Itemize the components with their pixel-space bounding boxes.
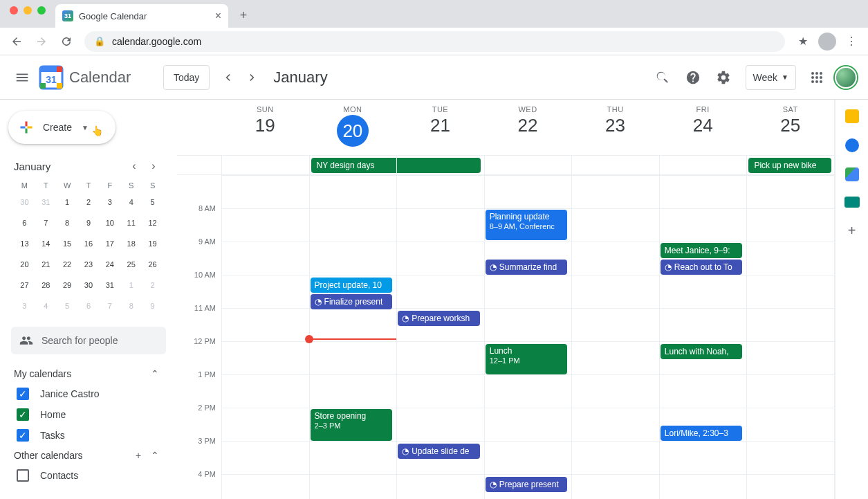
mini-day[interactable]: 1 — [57, 194, 78, 210]
all-day-row[interactable]: NY design daysPick up new bike — [177, 156, 834, 175]
day-column-header[interactable]: FRI24 — [659, 100, 747, 155]
mini-day[interactable]: 20 — [14, 256, 35, 273]
help-button[interactable] — [679, 64, 707, 91]
day-column-header[interactable]: WED22 — [484, 100, 572, 155]
mini-next-button[interactable]: › — [144, 156, 163, 176]
search-people-input[interactable]: Search for people — [11, 327, 166, 354]
chrome-profile-button[interactable] — [818, 33, 836, 51]
minimize-window-icon[interactable] — [24, 6, 32, 15]
time-grid[interactable]: 8 AM9 AM10 AM11 AM12 PM1 PM2 PM3 PM4 PM5… — [177, 175, 834, 499]
app-logo[interactable]: 31 Calendar — [39, 65, 163, 90]
bookmark-star-icon[interactable]: ★ — [792, 30, 814, 53]
add-calendar-button[interactable]: + — [130, 450, 147, 461]
mini-prev-button[interactable]: ‹ — [124, 156, 144, 176]
chevron-up-icon[interactable]: ⌃ — [147, 368, 163, 379]
mini-day[interactable]: 8 — [57, 215, 78, 231]
mini-day[interactable]: 5 — [142, 194, 163, 210]
mini-day[interactable]: 13 — [14, 235, 35, 252]
event-chip[interactable]: Project update, 10 — [311, 278, 393, 293]
allday-cell[interactable] — [571, 156, 659, 174]
settings-button[interactable] — [710, 64, 737, 91]
checkbox-icon[interactable] — [17, 469, 29, 482]
account-avatar[interactable] — [835, 66, 857, 89]
browser-tab[interactable]: 31 Google Calendar × — [55, 4, 228, 28]
mini-day[interactable]: 30 — [78, 277, 100, 293]
keep-addon-icon[interactable] — [845, 109, 859, 123]
mini-day[interactable]: 7 — [35, 215, 57, 231]
mini-day[interactable]: 17 — [99, 235, 120, 252]
my-calendars-header[interactable]: My calendars ⌃ — [0, 364, 177, 383]
mini-day[interactable]: 24 — [99, 256, 120, 273]
mini-day[interactable]: 9 — [78, 215, 100, 231]
next-period-button[interactable] — [240, 65, 265, 90]
day-column-header[interactable]: MON20 — [309, 100, 397, 155]
allday-cell[interactable]: Pick up new bike — [746, 156, 834, 174]
checkbox-icon[interactable]: ✓ — [17, 388, 29, 400]
tab-close-icon[interactable]: × — [215, 10, 221, 22]
mini-day[interactable]: 2 — [78, 194, 100, 210]
mini-day[interactable]: 8 — [120, 298, 142, 314]
mini-day[interactable]: 31 — [35, 194, 57, 210]
back-button[interactable] — [6, 30, 28, 53]
mini-day[interactable]: 14 — [35, 235, 57, 252]
chevron-up-icon[interactable]: ⌃ — [147, 450, 163, 461]
mini-day[interactable]: 2 — [142, 277, 163, 293]
calendar-toggle[interactable]: ✓Tasks — [0, 425, 177, 446]
mini-day[interactable]: 7 — [99, 298, 120, 314]
mini-day[interactable]: 1 — [120, 277, 142, 293]
prev-period-button[interactable] — [215, 65, 240, 90]
mini-day[interactable]: 31 — [99, 277, 120, 293]
address-bar[interactable]: 🔒 calendar.google.com — [84, 31, 785, 52]
today-button[interactable]: Today — [163, 65, 210, 90]
mini-day[interactable]: 30 — [14, 194, 35, 210]
event-chip[interactable]: Planning update8–9 AM, Conferenc — [486, 210, 568, 240]
mini-day[interactable]: 5 — [57, 298, 78, 314]
mini-day[interactable]: 25 — [120, 256, 142, 273]
allday-cell[interactable] — [484, 156, 572, 174]
mini-day[interactable]: 10 — [99, 215, 120, 231]
allday-cell[interactable] — [659, 156, 747, 174]
calendar-toggle[interactable]: ✓Home — [0, 404, 177, 425]
calendar-toggle[interactable]: ✓Janice Castro — [0, 383, 177, 404]
allday-cell[interactable] — [396, 156, 484, 174]
tasks-addon-icon[interactable] — [845, 138, 859, 152]
task-chip[interactable]: ◔ Summarize find — [486, 260, 568, 275]
mini-day[interactable]: 27 — [14, 277, 35, 293]
allday-cell[interactable] — [221, 156, 309, 174]
mini-day[interactable]: 4 — [35, 298, 57, 314]
mini-day[interactable]: 6 — [78, 298, 100, 314]
mini-day[interactable]: 3 — [14, 298, 35, 314]
event-chip[interactable]: Lunch with Noah, — [661, 344, 743, 359]
mini-day[interactable]: 3 — [99, 194, 120, 210]
day-column-header[interactable]: THU23 — [571, 100, 659, 155]
checkbox-icon[interactable]: ✓ — [17, 408, 29, 421]
mini-day[interactable]: 22 — [57, 256, 78, 273]
mini-day[interactable]: 11 — [120, 215, 142, 231]
allday-event[interactable]: Pick up new bike — [748, 158, 831, 173]
task-chip[interactable]: ◔ Reach out to To — [661, 260, 743, 275]
checkbox-icon[interactable]: ✓ — [17, 429, 29, 442]
mini-day[interactable]: 29 — [57, 277, 78, 293]
mini-day[interactable]: 6 — [14, 215, 35, 231]
new-tab-button[interactable]: + — [234, 6, 253, 25]
search-button[interactable] — [649, 64, 676, 91]
google-apps-button[interactable] — [803, 64, 831, 91]
mini-day[interactable]: 26 — [142, 256, 163, 273]
mini-day[interactable]: 18 — [120, 235, 142, 252]
maps-addon-icon[interactable] — [845, 167, 859, 181]
day-column-header[interactable]: SUN19 — [221, 100, 309, 155]
event-chip[interactable]: Lunch12–1 PM — [486, 344, 568, 374]
maximize-window-icon[interactable] — [37, 6, 46, 15]
forward-button[interactable] — [30, 30, 53, 53]
other-calendars-header[interactable]: Other calendars + ⌃ — [0, 446, 177, 465]
mini-day[interactable]: 4 — [120, 194, 142, 210]
task-chip[interactable]: ◔ Finalize present — [311, 294, 393, 309]
task-chip[interactable]: ◔ Prepare present — [486, 477, 568, 492]
get-addons-button[interactable]: + — [848, 223, 856, 239]
event-chip[interactable]: Meet Janice, 9–9: — [661, 243, 743, 258]
reload-button[interactable] — [55, 30, 77, 53]
view-switcher[interactable]: Week ▼ — [746, 65, 796, 90]
event-chip[interactable]: Store opening2–3 PM — [311, 409, 393, 441]
event-chip[interactable]: Lori/Mike, 2:30–3 — [661, 426, 743, 441]
task-chip[interactable]: ◔ Update slide de — [398, 444, 480, 459]
